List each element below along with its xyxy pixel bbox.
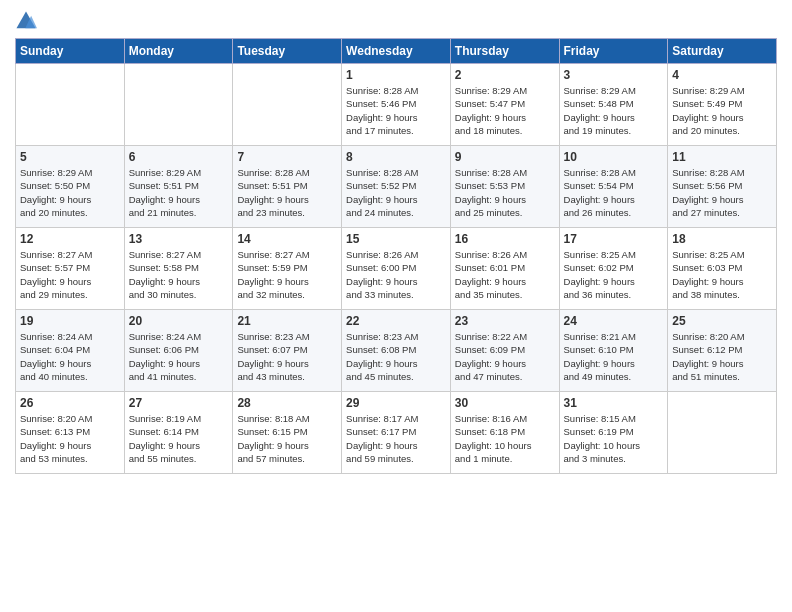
day-info: Sunrise: 8:23 AM Sunset: 6:08 PM Dayligh… (346, 330, 446, 383)
column-header-monday: Monday (124, 39, 233, 64)
page-container: SundayMondayTuesdayWednesdayThursdayFrid… (0, 0, 792, 484)
day-number: 12 (20, 232, 120, 246)
day-number: 8 (346, 150, 446, 164)
day-number: 10 (564, 150, 664, 164)
day-number: 25 (672, 314, 772, 328)
column-header-sunday: Sunday (16, 39, 125, 64)
day-number: 15 (346, 232, 446, 246)
calendar-cell (16, 64, 125, 146)
calendar-cell: 6Sunrise: 8:29 AM Sunset: 5:51 PM Daylig… (124, 146, 233, 228)
day-info: Sunrise: 8:28 AM Sunset: 5:53 PM Dayligh… (455, 166, 555, 219)
calendar-week-row: 5Sunrise: 8:29 AM Sunset: 5:50 PM Daylig… (16, 146, 777, 228)
calendar-cell: 26Sunrise: 8:20 AM Sunset: 6:13 PM Dayli… (16, 392, 125, 474)
day-number: 7 (237, 150, 337, 164)
header (15, 10, 777, 32)
calendar-cell: 21Sunrise: 8:23 AM Sunset: 6:07 PM Dayli… (233, 310, 342, 392)
day-info: Sunrise: 8:28 AM Sunset: 5:54 PM Dayligh… (564, 166, 664, 219)
calendar-cell: 30Sunrise: 8:16 AM Sunset: 6:18 PM Dayli… (450, 392, 559, 474)
day-number: 21 (237, 314, 337, 328)
calendar-cell: 11Sunrise: 8:28 AM Sunset: 5:56 PM Dayli… (668, 146, 777, 228)
calendar-cell: 20Sunrise: 8:24 AM Sunset: 6:06 PM Dayli… (124, 310, 233, 392)
day-number: 28 (237, 396, 337, 410)
day-info: Sunrise: 8:17 AM Sunset: 6:17 PM Dayligh… (346, 412, 446, 465)
day-number: 13 (129, 232, 229, 246)
calendar-cell: 25Sunrise: 8:20 AM Sunset: 6:12 PM Dayli… (668, 310, 777, 392)
calendar-cell: 23Sunrise: 8:22 AM Sunset: 6:09 PM Dayli… (450, 310, 559, 392)
calendar-cell (233, 64, 342, 146)
calendar-cell: 16Sunrise: 8:26 AM Sunset: 6:01 PM Dayli… (450, 228, 559, 310)
calendar-table: SundayMondayTuesdayWednesdayThursdayFrid… (15, 38, 777, 474)
calendar-cell: 27Sunrise: 8:19 AM Sunset: 6:14 PM Dayli… (124, 392, 233, 474)
calendar-cell: 8Sunrise: 8:28 AM Sunset: 5:52 PM Daylig… (342, 146, 451, 228)
day-number: 17 (564, 232, 664, 246)
day-number: 29 (346, 396, 446, 410)
column-header-friday: Friday (559, 39, 668, 64)
day-info: Sunrise: 8:24 AM Sunset: 6:06 PM Dayligh… (129, 330, 229, 383)
column-header-tuesday: Tuesday (233, 39, 342, 64)
calendar-week-row: 19Sunrise: 8:24 AM Sunset: 6:04 PM Dayli… (16, 310, 777, 392)
column-header-thursday: Thursday (450, 39, 559, 64)
day-info: Sunrise: 8:28 AM Sunset: 5:56 PM Dayligh… (672, 166, 772, 219)
day-info: Sunrise: 8:27 AM Sunset: 5:57 PM Dayligh… (20, 248, 120, 301)
calendar-cell (668, 392, 777, 474)
day-info: Sunrise: 8:24 AM Sunset: 6:04 PM Dayligh… (20, 330, 120, 383)
day-info: Sunrise: 8:25 AM Sunset: 6:03 PM Dayligh… (672, 248, 772, 301)
day-number: 23 (455, 314, 555, 328)
calendar-cell: 4Sunrise: 8:29 AM Sunset: 5:49 PM Daylig… (668, 64, 777, 146)
column-header-wednesday: Wednesday (342, 39, 451, 64)
day-number: 9 (455, 150, 555, 164)
day-number: 20 (129, 314, 229, 328)
day-number: 14 (237, 232, 337, 246)
day-info: Sunrise: 8:21 AM Sunset: 6:10 PM Dayligh… (564, 330, 664, 383)
calendar-cell: 31Sunrise: 8:15 AM Sunset: 6:19 PM Dayli… (559, 392, 668, 474)
day-number: 22 (346, 314, 446, 328)
calendar-cell: 18Sunrise: 8:25 AM Sunset: 6:03 PM Dayli… (668, 228, 777, 310)
day-number: 19 (20, 314, 120, 328)
day-number: 16 (455, 232, 555, 246)
calendar-cell: 3Sunrise: 8:29 AM Sunset: 5:48 PM Daylig… (559, 64, 668, 146)
day-info: Sunrise: 8:28 AM Sunset: 5:52 PM Dayligh… (346, 166, 446, 219)
day-info: Sunrise: 8:29 AM Sunset: 5:47 PM Dayligh… (455, 84, 555, 137)
day-info: Sunrise: 8:26 AM Sunset: 6:00 PM Dayligh… (346, 248, 446, 301)
calendar-week-row: 1Sunrise: 8:28 AM Sunset: 5:46 PM Daylig… (16, 64, 777, 146)
day-number: 2 (455, 68, 555, 82)
calendar-cell: 22Sunrise: 8:23 AM Sunset: 6:08 PM Dayli… (342, 310, 451, 392)
day-number: 18 (672, 232, 772, 246)
day-info: Sunrise: 8:29 AM Sunset: 5:50 PM Dayligh… (20, 166, 120, 219)
calendar-cell (124, 64, 233, 146)
day-number: 5 (20, 150, 120, 164)
calendar-cell: 9Sunrise: 8:28 AM Sunset: 5:53 PM Daylig… (450, 146, 559, 228)
day-number: 4 (672, 68, 772, 82)
calendar-cell: 29Sunrise: 8:17 AM Sunset: 6:17 PM Dayli… (342, 392, 451, 474)
day-info: Sunrise: 8:20 AM Sunset: 6:13 PM Dayligh… (20, 412, 120, 465)
calendar-cell: 13Sunrise: 8:27 AM Sunset: 5:58 PM Dayli… (124, 228, 233, 310)
day-number: 26 (20, 396, 120, 410)
day-number: 31 (564, 396, 664, 410)
calendar-cell: 14Sunrise: 8:27 AM Sunset: 5:59 PM Dayli… (233, 228, 342, 310)
day-number: 24 (564, 314, 664, 328)
calendar-cell: 12Sunrise: 8:27 AM Sunset: 5:57 PM Dayli… (16, 228, 125, 310)
calendar-cell: 28Sunrise: 8:18 AM Sunset: 6:15 PM Dayli… (233, 392, 342, 474)
day-info: Sunrise: 8:29 AM Sunset: 5:48 PM Dayligh… (564, 84, 664, 137)
calendar-cell: 5Sunrise: 8:29 AM Sunset: 5:50 PM Daylig… (16, 146, 125, 228)
day-info: Sunrise: 8:19 AM Sunset: 6:14 PM Dayligh… (129, 412, 229, 465)
calendar-cell: 15Sunrise: 8:26 AM Sunset: 6:00 PM Dayli… (342, 228, 451, 310)
day-number: 11 (672, 150, 772, 164)
day-info: Sunrise: 8:28 AM Sunset: 5:51 PM Dayligh… (237, 166, 337, 219)
calendar-cell: 19Sunrise: 8:24 AM Sunset: 6:04 PM Dayli… (16, 310, 125, 392)
day-info: Sunrise: 8:25 AM Sunset: 6:02 PM Dayligh… (564, 248, 664, 301)
day-number: 1 (346, 68, 446, 82)
day-info: Sunrise: 8:28 AM Sunset: 5:46 PM Dayligh… (346, 84, 446, 137)
day-info: Sunrise: 8:26 AM Sunset: 6:01 PM Dayligh… (455, 248, 555, 301)
logo (15, 10, 41, 32)
day-number: 3 (564, 68, 664, 82)
day-info: Sunrise: 8:22 AM Sunset: 6:09 PM Dayligh… (455, 330, 555, 383)
day-info: Sunrise: 8:18 AM Sunset: 6:15 PM Dayligh… (237, 412, 337, 465)
calendar-header-row: SundayMondayTuesdayWednesdayThursdayFrid… (16, 39, 777, 64)
column-header-saturday: Saturday (668, 39, 777, 64)
day-info: Sunrise: 8:16 AM Sunset: 6:18 PM Dayligh… (455, 412, 555, 465)
day-info: Sunrise: 8:27 AM Sunset: 5:59 PM Dayligh… (237, 248, 337, 301)
calendar-week-row: 12Sunrise: 8:27 AM Sunset: 5:57 PM Dayli… (16, 228, 777, 310)
day-info: Sunrise: 8:29 AM Sunset: 5:49 PM Dayligh… (672, 84, 772, 137)
day-info: Sunrise: 8:29 AM Sunset: 5:51 PM Dayligh… (129, 166, 229, 219)
